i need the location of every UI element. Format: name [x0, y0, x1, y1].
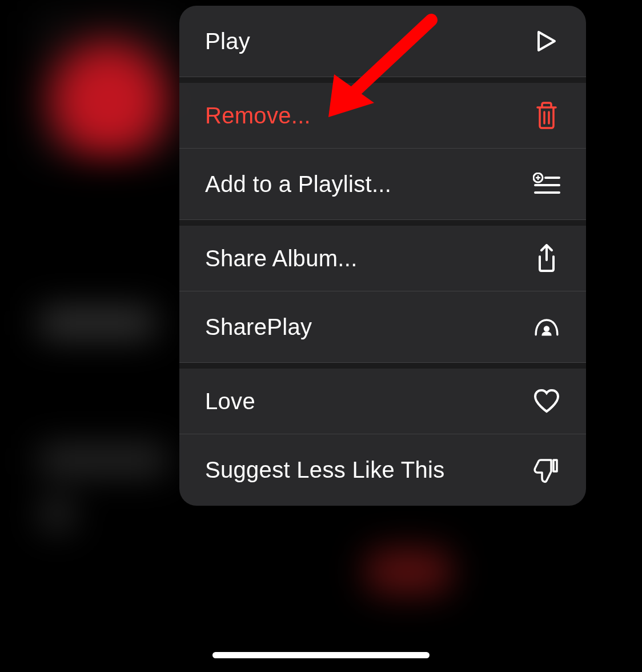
menu-label: Share Album... [205, 246, 358, 271]
menu-item-shareplay[interactable]: SharePlay [179, 291, 586, 363]
thumbs-down-icon [533, 457, 560, 484]
menu-label: Add to a Playlist... [205, 171, 391, 197]
heart-icon [533, 387, 560, 415]
menu-item-remove[interactable]: Remove... [179, 77, 586, 149]
share-icon [533, 245, 560, 272]
context-menu: Play Remove... Add to a Playlist... Shar… [179, 6, 586, 506]
menu-label: Play [205, 29, 250, 54]
album-art-thumbnail [34, 11, 183, 160]
menu-label: Remove... [205, 103, 311, 129]
blurred-text [40, 309, 154, 337]
menu-item-play[interactable]: Play [179, 6, 586, 77]
menu-item-suggest-less[interactable]: Suggest Less Like This [179, 434, 586, 506]
shareplay-icon [533, 313, 560, 341]
add-playlist-icon [533, 170, 560, 198]
menu-label: SharePlay [205, 314, 312, 340]
play-icon [533, 27, 560, 55]
menu-label: Love [205, 389, 255, 414]
menu-item-love[interactable]: Love [179, 363, 586, 434]
svg-point-1 [544, 326, 549, 331]
home-indicator[interactable] [212, 652, 430, 658]
blurred-text [40, 446, 166, 474]
trash-icon [533, 102, 560, 129]
blurred-content [366, 549, 451, 594]
menu-item-add-playlist[interactable]: Add to a Playlist... [179, 149, 586, 220]
blurred-circle [40, 497, 74, 531]
menu-item-share-album[interactable]: Share Album... [179, 220, 586, 291]
menu-label: Suggest Less Like This [205, 457, 444, 483]
